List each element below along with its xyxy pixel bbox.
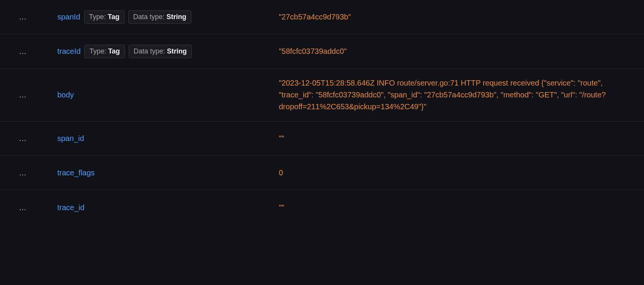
datatype-badge-label: Data type: [133, 13, 165, 21]
field-cell: traceId Type: Tag Data type: String [57, 45, 279, 58]
datatype-badge-value: String [167, 47, 187, 55]
field-value: 0 [279, 167, 644, 179]
field-name-link[interactable]: body [57, 91, 74, 99]
table-row: ... span_id "" [0, 121, 644, 156]
field-name-link[interactable]: spanId [57, 13, 80, 21]
datatype-badge: Data type: String [129, 45, 192, 58]
table-row: ... body "2023-12-05T15:28:58.646Z INFO … [0, 69, 644, 121]
row-actions-menu[interactable]: ... [0, 91, 57, 99]
field-value: "" [279, 202, 644, 214]
type-badge-label: Type: [89, 13, 106, 21]
row-actions-menu[interactable]: ... [0, 168, 57, 177]
row-actions-menu[interactable]: ... [0, 47, 57, 56]
type-badge: Type: Tag [84, 45, 125, 58]
type-badge: Type: Tag [84, 10, 125, 24]
datatype-badge-label: Data type: [134, 47, 165, 55]
field-table: ... spanId Type: Tag Data type: String "… [0, 0, 644, 225]
field-cell: trace_id [57, 203, 279, 212]
field-value: "" [279, 133, 644, 144]
field-name-link[interactable]: traceId [57, 47, 81, 56]
field-value: "2023-12-05T15:28:58.646Z INFO route/ser… [279, 77, 644, 113]
field-cell: spanId Type: Tag Data type: String [57, 10, 279, 24]
row-actions-menu[interactable]: ... [0, 13, 57, 21]
field-name-link[interactable]: span_id [57, 134, 84, 143]
field-name-link[interactable]: trace_flags [57, 168, 95, 177]
field-value: "58fcfc03739addc0" [279, 45, 644, 57]
row-actions-menu[interactable]: ... [0, 134, 57, 143]
table-row: ... traceId Type: Tag Data type: String … [0, 34, 644, 69]
table-row: ... trace_id "" [0, 190, 644, 225]
field-name-link[interactable]: trace_id [57, 203, 84, 212]
datatype-badge-value: String [167, 13, 186, 21]
field-cell: trace_flags [57, 168, 279, 177]
table-row: ... trace_flags 0 [0, 156, 644, 190]
field-cell: span_id [57, 134, 279, 143]
type-badge-value: Tag [108, 47, 120, 55]
table-row: ... spanId Type: Tag Data type: String "… [0, 0, 644, 34]
field-value: "27cb57a4cc9d793b" [279, 11, 644, 23]
type-badge-label: Type: [89, 47, 106, 55]
datatype-badge: Data type: String [128, 10, 191, 24]
field-cell: body [57, 91, 279, 99]
type-badge-value: Tag [108, 13, 120, 21]
row-actions-menu[interactable]: ... [0, 203, 57, 212]
